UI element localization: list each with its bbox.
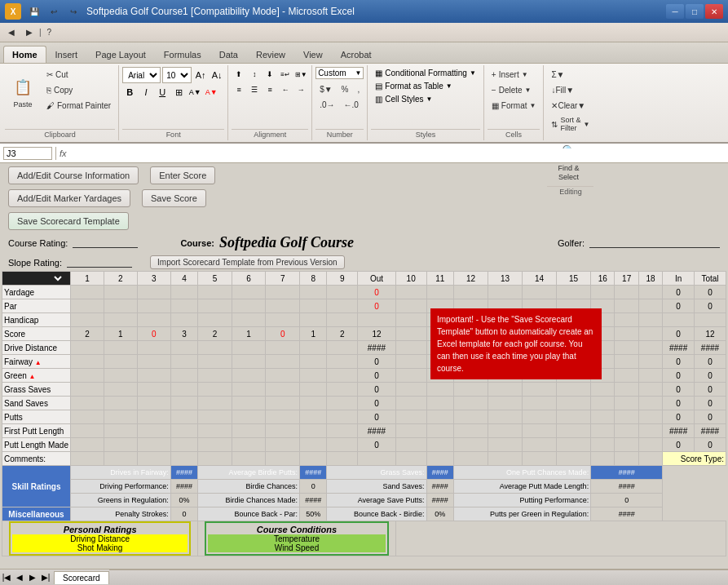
qa-help-btn[interactable]: ? <box>43 25 56 40</box>
font-shrink-btn[interactable]: A↓ <box>210 68 224 82</box>
cut-btn[interactable]: ✂Cut <box>42 67 115 82</box>
handicap-row: Handicap <box>2 313 726 327</box>
tab-nav-next[interactable]: ▶ <box>26 571 39 584</box>
fill-btn[interactable]: ↓Fill▼ <box>547 82 593 97</box>
tab-page-layout[interactable]: Page Layout <box>86 46 155 63</box>
close-btn[interactable]: ✕ <box>705 4 723 19</box>
course-rating-field[interactable] <box>73 237 138 248</box>
format-btn[interactable]: ▦ Format ▼ <box>488 98 540 113</box>
qa-forward-btn[interactable]: ▶ <box>21 25 38 40</box>
conditional-formatting-btn[interactable]: ▦ Conditional Formatting ▼ <box>371 67 480 79</box>
add-edit-course-btn[interactable]: Add/Edit Course Information <box>8 166 139 184</box>
quick-undo-btn[interactable]: ↩ <box>46 4 62 19</box>
tab-review[interactable]: Review <box>247 46 294 63</box>
button-row-2: Add/Edit Marker Yardages Save Score <box>0 186 728 209</box>
align-left-btn[interactable]: ≡ <box>232 82 246 97</box>
cells-label: Cells <box>488 129 540 139</box>
cf-icon: ▦ <box>375 69 382 78</box>
clipboard-label: Clipboard <box>5 129 115 139</box>
format-icon: ▦ <box>492 101 499 110</box>
import-template-btn[interactable]: Import Scorecard Template from Previous … <box>150 255 344 269</box>
quick-save-btn[interactable]: 💾 <box>26 4 42 19</box>
tab-data[interactable]: Data <box>210 46 247 63</box>
currency-btn[interactable]: $▼ <box>315 82 336 96</box>
italic-btn[interactable]: I <box>139 85 153 100</box>
insert-btn[interactable]: + Insert ▼ <box>488 67 540 82</box>
formula-input[interactable] <box>70 148 725 158</box>
align-center-btn[interactable]: ☰ <box>247 82 262 97</box>
hole-dropdown-cell[interactable] <box>2 272 71 286</box>
align-top-btn[interactable]: ⬆ <box>232 67 246 82</box>
indent-increase-btn[interactable]: → <box>293 82 308 97</box>
paste-label: Paste <box>13 100 32 109</box>
golfer-field[interactable] <box>589 237 720 248</box>
sheet-tab-scorecard[interactable]: Scorecard <box>54 571 109 584</box>
qa-back-btn[interactable]: ◀ <box>3 25 20 40</box>
border-btn[interactable]: ⊞ <box>171 85 186 100</box>
decrease-decimal-btn[interactable]: ←.0 <box>339 97 362 112</box>
align-right-btn[interactable]: ≡ <box>263 82 277 97</box>
clear-btn[interactable]: ✕Clear▼ <box>547 98 593 113</box>
quick-redo-btn[interactable]: ↪ <box>65 4 82 19</box>
font-size-select[interactable]: 10 <box>162 67 192 83</box>
cell-ref-input[interactable] <box>3 147 52 160</box>
col-1: 1 <box>70 272 104 286</box>
slope-rating-field[interactable] <box>67 257 132 268</box>
maximize-btn[interactable]: □ <box>686 4 704 19</box>
save-scorecard-btn[interactable]: Save Scorecard Template <box>8 212 129 230</box>
button-row-1: Add/Edit Course Information Enter Score <box>0 163 728 186</box>
tab-acrobat[interactable]: Acrobat <box>332 46 381 63</box>
tab-home[interactable]: Home <box>3 46 46 63</box>
clipboard-group: 📋 Paste ✂Cut ⎘Copy 🖌Format Painter Clipb… <box>2 65 119 140</box>
minimize-btn[interactable]: ─ <box>666 4 684 19</box>
col-total: Total <box>694 272 726 286</box>
merge-btn[interactable]: ⊞▼ <box>293 67 308 82</box>
add-edit-marker-btn[interactable]: Add/Edit Marker Yardages <box>8 189 130 207</box>
font-name-select[interactable]: Arial <box>122 67 161 83</box>
underline-btn[interactable]: U <box>155 85 170 100</box>
font-grow-btn[interactable]: A↑ <box>193 68 208 82</box>
cf-arrow: ▼ <box>470 69 476 77</box>
tab-nav-prev[interactable]: ◀ <box>13 571 26 584</box>
sort-filter-btn[interactable]: ⇅ Sort & Filter ▼ <box>547 113 593 135</box>
align-middle-btn[interactable]: ↕ <box>247 67 262 82</box>
first-putt-label: First Putt Length <box>2 424 71 438</box>
tab-nav-first[interactable]: |◀ <box>0 571 13 584</box>
paste-btn[interactable]: 📋 Paste <box>5 67 41 116</box>
tab-view[interactable]: View <box>294 46 332 63</box>
styles-group: ▦ Conditional Formatting ▼ ▤ Format as T… <box>368 65 484 140</box>
font-color-btn[interactable]: A▼ <box>204 85 218 100</box>
col-5: 5 <box>198 272 232 286</box>
content-area: Add/Edit Course Information Enter Score … <box>0 163 728 585</box>
comma-btn[interactable]: , <box>354 82 364 96</box>
format-as-table-btn[interactable]: ▤ Format as Table ▼ <box>371 80 480 92</box>
tab-formulas[interactable]: Formulas <box>155 46 210 63</box>
par-label: Par <box>2 299 71 313</box>
fill-color-btn[interactable]: A▼ <box>188 85 202 100</box>
tab-insert[interactable]: Insert <box>46 46 87 63</box>
number-format-arrow[interactable]: ▼ <box>355 69 361 77</box>
save-score-btn[interactable]: Save Score <box>142 189 206 207</box>
golfer-label: Golfer: <box>558 238 585 248</box>
cell-styles-btn[interactable]: ▥ Cell Styles ▼ <box>371 93 480 105</box>
enter-score-btn[interactable]: Enter Score <box>150 166 215 184</box>
autosum-btn[interactable]: Σ▼ <box>547 67 593 82</box>
align-bottom-btn[interactable]: ⬇ <box>263 67 277 82</box>
number-label: Number <box>315 129 364 139</box>
sort-icon: ⇅ <box>551 120 558 129</box>
painter-icon: 🖌 <box>46 101 55 110</box>
wrap-text-btn[interactable]: ≡↵ <box>278 67 293 82</box>
styles-label: Styles <box>371 129 480 139</box>
delete-btn[interactable]: − Delete ▼ <box>488 82 540 97</box>
col-out: Out <box>358 272 396 286</box>
col-4: 4 <box>170 272 197 286</box>
bold-btn[interactable]: B <box>122 85 137 100</box>
percent-btn[interactable]: % <box>338 82 353 96</box>
format-painter-btn[interactable]: 🖌Format Painter <box>42 98 115 113</box>
copy-btn[interactable]: ⎘Copy <box>42 82 115 97</box>
hole-select[interactable] <box>7 273 64 283</box>
tab-nav-last[interactable]: ▶| <box>39 571 52 584</box>
indent-decrease-btn[interactable]: ← <box>278 82 293 97</box>
col-18: 18 <box>638 272 662 286</box>
increase-decimal-btn[interactable]: .0→ <box>315 97 338 112</box>
